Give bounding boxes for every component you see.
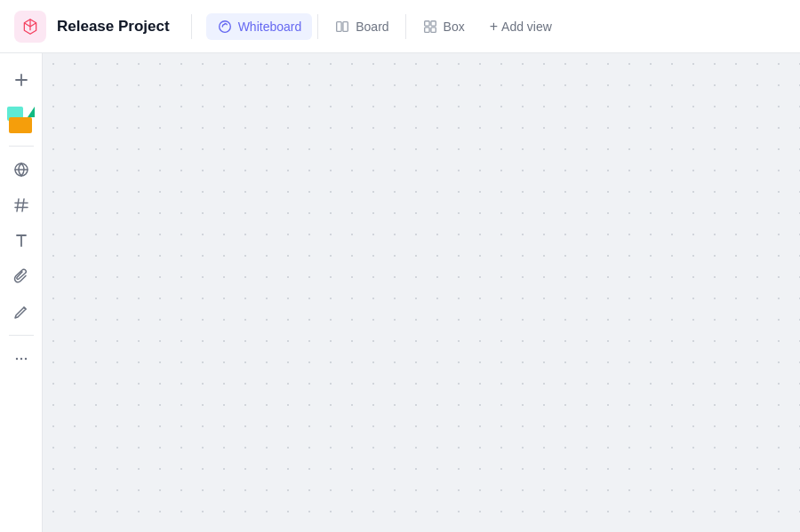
header: Release Project Whiteboard	[0, 0, 800, 53]
nav-tabs: Whiteboard Board	[206, 13, 786, 40]
hash-button[interactable]	[5, 189, 37, 221]
toolbar-separator-2	[9, 335, 34, 336]
add-button[interactable]	[5, 64, 37, 96]
svg-line-11	[17, 199, 19, 211]
svg-rect-5	[424, 27, 428, 31]
tab-board[interactable]: Board	[324, 13, 399, 40]
draw-button[interactable]	[5, 296, 37, 328]
add-view-button[interactable]: + Add view	[479, 13, 563, 40]
svg-point-17	[15, 358, 17, 360]
tab-box-label: Box	[444, 20, 465, 34]
tab-whiteboard[interactable]: Whiteboard	[206, 13, 313, 40]
add-view-label: Add view	[501, 20, 552, 34]
canvas-area[interactable]	[43, 53, 800, 532]
sticky-orange	[9, 117, 32, 133]
left-toolbar	[0, 53, 43, 532]
svg-rect-2	[343, 21, 348, 31]
svg-point-18	[20, 358, 21, 360]
globe-button[interactable]	[5, 154, 37, 186]
text-button[interactable]	[5, 225, 37, 257]
sticky-notes-button[interactable]	[4, 99, 39, 139]
board-icon	[334, 19, 350, 35]
svg-point-0	[219, 20, 230, 32]
tab-box[interactable]: Box	[412, 13, 476, 40]
project-title: Release Project	[57, 18, 170, 36]
project-icon	[14, 11, 46, 43]
tab-whiteboard-label: Whiteboard	[238, 20, 302, 34]
svg-point-19	[24, 358, 26, 360]
whiteboard-icon	[217, 19, 233, 35]
attach-button[interactable]	[5, 260, 37, 292]
svg-line-12	[22, 199, 24, 211]
tab-divider-1	[317, 14, 318, 39]
tab-board-label: Board	[356, 20, 388, 34]
more-button[interactable]	[5, 343, 37, 375]
svg-rect-1	[337, 21, 341, 31]
svg-rect-3	[424, 20, 428, 25]
toolbar-separator-1	[9, 146, 34, 147]
tab-divider-2	[405, 14, 406, 39]
add-view-plus-icon: +	[490, 19, 498, 35]
header-divider	[191, 14, 192, 39]
svg-rect-4	[430, 20, 435, 25]
main-layout	[0, 53, 800, 532]
svg-rect-6	[430, 27, 435, 31]
sticky-arrow	[28, 107, 35, 117]
box-icon	[422, 19, 438, 35]
